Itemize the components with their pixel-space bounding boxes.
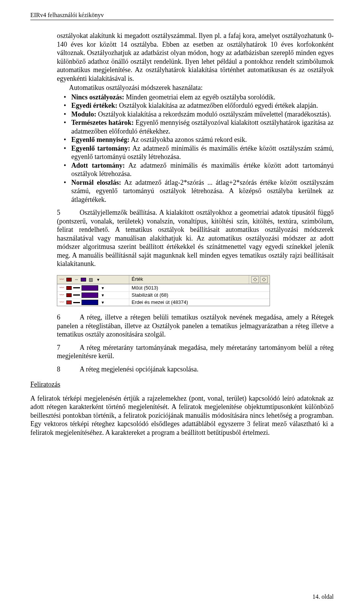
page-footer: 14. oldal [312,593,334,601]
para-text: A réteg méretarány tartományának megadás… [57,344,334,360]
color-swatch-icon[interactable] [66,286,72,290]
item-rest: Az osztályokba azonos számú rekord esik. [130,136,247,143]
column-title: Érték [132,276,143,282]
list-item: Modulo: Osztályok kialakítása a rekordsz… [57,110,334,119]
fill-swatch-icon[interactable] [82,293,98,298]
line-style-icon[interactable]: 〰 [59,292,65,298]
para-number: 8 [57,365,80,374]
list-item: Nincs osztályozás: Minden geometriai ele… [57,93,334,102]
para-number: 6 [57,313,80,322]
row-value-cell: Műút (5013) [129,285,270,291]
line-style-icon[interactable]: 〰 [59,285,65,291]
section-body: A feliratok térképi megjelenésén értjük … [30,394,334,437]
color-swatch-icon[interactable] [81,278,86,282]
stroke-preview-icon [73,302,80,303]
intro-paragraph-2: Automatikus osztályozási módszerek haszn… [57,83,334,92]
row-style-cell: 〰 ▾ [57,299,129,306]
row-value: Stabilizált út (68) [132,292,168,298]
header-right-tools: ◇ ◇ [249,275,270,284]
row-value: Erdei és mezei út (48374) [132,299,188,305]
item-bold: Adott tartomány: [71,162,125,169]
item-bold: Modulo: [71,110,96,118]
para-text: A réteg megjelenési opciójának kapcsolás… [80,365,198,373]
list-item: Egyenlő tartomány: Az adatmező minimális… [57,144,334,161]
list-item: Egyedi értékek: Osztályok kialakítása az… [57,101,334,110]
numbered-paragraph-6: 6A réteg, illetve a rétegen belüli temat… [57,313,334,339]
pattern-icon[interactable]: ▨ [88,277,94,283]
list-item: Egyenlő mennyiség: Az osztályokba azonos… [57,135,334,144]
item-bold: Egyedi értékek: [71,102,117,109]
fill-swatch-icon[interactable] [82,285,98,291]
style-table: 〰 ┄ ▨ ▾ Érték ◇ ◇ 〰 [57,275,270,307]
line-style-icon[interactable]: 〰 [59,277,65,283]
list-item: Normál eloszlás: Az adatmező átlag-2*szó… [57,178,334,204]
item-rest: Osztályok kialakítása a rekordszám modul… [96,110,331,118]
item-bold: Természetes határok: [71,119,134,126]
row-value-cell: Stabilizált út (68) [129,292,270,299]
row-value-cell: Erdei és mezei út (48374) [129,299,270,306]
numbered-paragraph-5: 5Osztályjellemzők beállítása. A kialakít… [57,208,334,268]
style-table-header: 〰 ┄ ▨ ▾ Érték ◇ ◇ [57,275,270,284]
item-bold: Nincs osztályozás: [71,93,124,101]
header-left-tools: 〰 ┄ ▨ ▾ [57,275,129,284]
para-text: A réteg, illetve a rétegen belüli temati… [57,313,334,338]
color-swatch-icon[interactable] [66,300,72,304]
dash-style-icon[interactable]: ┄ [73,277,79,283]
color-swatch-icon[interactable] [66,293,72,297]
row-value: Műút (5013) [132,285,158,291]
stroke-preview-icon [73,287,80,288]
color-swatch-icon[interactable] [66,278,72,282]
chevron-down-icon[interactable]: ▾ [100,292,106,298]
main-content: osztályokat alakítunk ki megadott osztál… [57,31,334,373]
page: EIRv4 felhasználói kézikönyv osztályokat… [0,0,364,612]
header-title: EIRv4 felhasználói kézikönyv [30,12,104,18]
item-rest: Minden geometriai elem az egyéb osztályb… [124,93,275,101]
list-item: Természetes határok: Egyenlő mennyiség o… [57,118,334,135]
item-bold: Egyenlő tartomány: [71,145,130,152]
table-row[interactable]: 〰 ▾ Erdei és mezei út (48374) [57,299,270,306]
diamond-down-button[interactable]: ◇ [260,276,268,283]
diamond-up-button[interactable]: ◇ [251,276,259,283]
stroke-preview-icon [73,294,80,296]
row-style-cell: 〰 ▾ [57,285,129,291]
list-item: Adott tartomány: Az adatmező minimális é… [57,161,334,178]
para-number: 5 [57,208,80,217]
item-bold: Egyenlő mennyiség: [71,136,130,143]
item-bold: Normál eloszlás: [71,179,121,186]
chevron-down-icon[interactable]: ▾ [95,277,101,283]
page-header: EIRv4 felhasználói kézikönyv [30,11,334,20]
table-row[interactable]: 〰 ▾ Stabilizált út (68) [57,291,270,299]
numbered-paragraph-7: 7A réteg méretarány tartományának megadá… [57,343,334,360]
line-style-icon[interactable]: 〰 [59,299,65,305]
page-number: 14. oldal [312,593,334,600]
numbered-paragraph-8: 8A réteg megjelenési opciójának kapcsolá… [57,365,334,374]
intro-paragraph-1: osztályokat alakítunk ki megadott osztál… [57,31,334,83]
row-style-cell: 〰 ▾ [57,292,129,299]
item-rest: Osztályok kialakítása az adatmezőben elő… [117,102,318,109]
chevron-down-icon[interactable]: ▾ [100,299,106,305]
para-number: 7 [57,343,80,352]
section-heading: Feliratozás [30,380,334,389]
header-value-column: Érték [129,275,249,284]
fill-swatch-icon[interactable] [82,300,98,305]
chevron-down-icon[interactable]: ▾ [100,285,106,291]
method-list: Nincs osztályozás: Minden geometriai ele… [57,93,334,204]
para-text: Osztályjellemzők beállítása. A kialakíto… [57,209,334,267]
table-row[interactable]: 〰 ▾ Műút (5013) [57,284,270,291]
